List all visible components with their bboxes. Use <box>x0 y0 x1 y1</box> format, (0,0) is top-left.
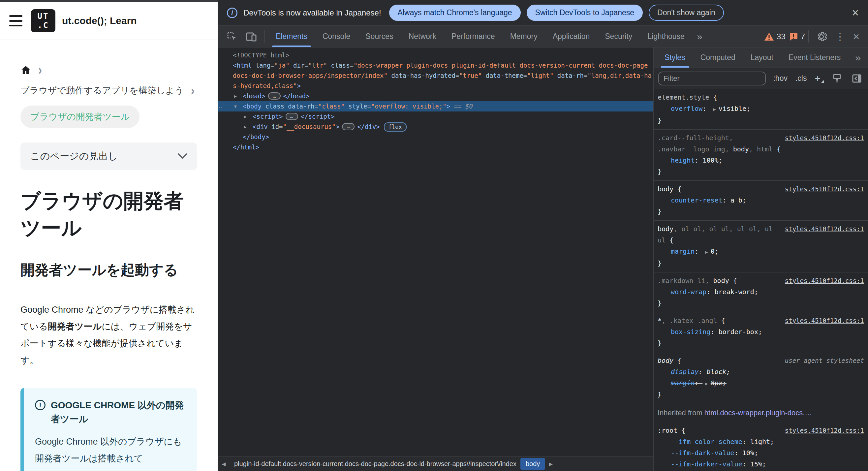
css-property[interactable]: box-sizing: border-box; <box>658 326 864 338</box>
dom-node[interactable]: </body> <box>218 132 653 142</box>
property-value: break-word <box>714 288 754 296</box>
expand-arrow-icon[interactable]: ▶ <box>234 91 237 101</box>
styles-filter-input[interactable] <box>658 71 766 86</box>
dom-node-selected[interactable]: ‥▼<body class data-rh="class" style="ove… <box>218 101 653 112</box>
kebab-menu-icon[interactable]: ⋮ <box>831 26 849 47</box>
tab-elements[interactable]: Elements <box>268 26 315 47</box>
site-title[interactable]: ut.code(); Learn <box>62 15 137 26</box>
tab-application[interactable]: Application <box>545 26 597 47</box>
home-icon[interactable] <box>21 65 31 75</box>
css-property[interactable]: --ifm-darkest-value: 30%; <box>658 470 864 471</box>
crumb-path[interactable]: plugin-id-default.docs-version-current.d… <box>230 460 520 468</box>
dom-node[interactable]: ▶<div id="__docusaurus">…</div>flex <box>218 122 653 132</box>
tab-lighthouse[interactable]: Lighthouse <box>640 26 692 47</box>
tab-network[interactable]: Network <box>401 26 444 47</box>
dom-tree: <!DOCTYPE html><html lang="ja" dir="ltr"… <box>218 48 653 457</box>
new-style-rule-button[interactable]: + <box>814 73 824 84</box>
tab-event-listeners[interactable]: Event Listeners <box>781 48 848 68</box>
rule-selector-line[interactable]: element.style { <box>658 92 864 103</box>
crumb-body-chip[interactable]: body <box>520 458 545 470</box>
toc-label: このページの見出し <box>30 150 118 163</box>
rule-selector-line[interactable]: styles.4510f12d.css:1body { <box>658 183 864 195</box>
toggle-element-classes-button[interactable]: .cls <box>795 74 808 83</box>
expand-shorthand-icon[interactable]: ▶ <box>703 249 710 255</box>
dom-node[interactable]: </html> <box>218 142 653 152</box>
breadcrumb-section-link[interactable]: ブラウザで動作するアプリを構築しよう <box>21 84 184 97</box>
css-property[interactable]: --ifm-darker-value: 15%; <box>658 459 864 470</box>
expand-arrow-icon[interactable]: ▶ <box>244 112 247 122</box>
notification-text: DevTools is now available in Japanese! <box>243 8 381 18</box>
dom-node[interactable]: <html lang="ja" dir="ltr" class="docs-wr… <box>218 60 653 91</box>
tab-computed[interactable]: Computed <box>693 48 743 68</box>
rule-selector-line[interactable]: styles.4510f12d.css:1.markdown li, body … <box>658 275 864 286</box>
css-property[interactable]: display: block; <box>658 366 864 377</box>
collapse-arrow-icon[interactable]: ▼ <box>234 101 237 112</box>
switch-devtools-japanese-button[interactable]: Switch DevTools to Japanese <box>527 5 643 21</box>
flex-adorner-badge[interactable]: flex <box>384 122 407 132</box>
rule-selector-line[interactable]: user agent stylesheetbody { <box>658 355 864 366</box>
rule-selector-line[interactable]: styles.4510f12d.css:1body, ol ol, ol ul,… <box>658 223 864 246</box>
stylesheet-link[interactable]: styles.4510f12d.css:1 <box>785 132 864 144</box>
tab-memory[interactable]: Memory <box>503 26 545 47</box>
expand-shorthand-icon[interactable]: ▶ <box>703 381 710 386</box>
match-chrome-language-button[interactable]: Always match Chrome's language <box>389 5 521 21</box>
css-property[interactable]: margin: ▶8px; <box>658 377 864 389</box>
dom-node[interactable]: <!DOCTYPE html> <box>218 50 653 60</box>
css-property[interactable]: counter-reset: a b; <box>658 195 864 206</box>
stylesheet-link[interactable]: styles.4510f12d.css:1 <box>785 275 864 286</box>
toggle-pseudo-classes-button[interactable]: :hov <box>772 74 788 83</box>
rule-selector-line[interactable]: styles.4510f12d.css:1:root { <box>658 425 864 436</box>
errors-counter[interactable]: 7 <box>789 32 805 41</box>
tab-sources[interactable]: Sources <box>358 26 401 47</box>
expand-arrow-icon[interactable]: ▶ <box>244 122 247 132</box>
devtools-close-icon[interactable]: × <box>849 26 863 47</box>
expand-shorthand-icon[interactable]: ▶ <box>710 106 718 112</box>
css-property[interactable]: --ifm-dark-value: 10%; <box>658 447 864 459</box>
css-property[interactable]: overflow: ▶visible; <box>658 103 864 115</box>
dom-node[interactable]: ▶<script>…</script> <box>218 112 653 122</box>
dom-token: data-rh <box>288 102 314 110</box>
tab-security[interactable]: Security <box>597 26 640 47</box>
warnings-counter[interactable]: 33 <box>764 32 785 41</box>
rule-selector-line[interactable]: styles.4510f12d.css:1*, .katex .angl { <box>658 315 864 326</box>
css-property[interactable]: height: 100%; <box>658 155 864 166</box>
sidebar-toggle-icon[interactable] <box>850 73 863 84</box>
css-property[interactable]: margin: ▶0; <box>658 246 864 258</box>
inherited-node-link[interactable]: html.docs-wrapper.plugin-docs.… <box>705 409 812 417</box>
stylesheet-link[interactable]: styles.4510f12d.css:1 <box>785 223 864 234</box>
dom-token: <head> <box>243 92 266 100</box>
site-logo[interactable]: UT .C <box>31 9 55 32</box>
semicolon: ; <box>746 104 750 113</box>
dont-show-again-button[interactable]: Don't show again <box>649 5 724 21</box>
expand-ellipsis-icon[interactable]: … <box>286 113 298 120</box>
property-name: display <box>671 368 699 376</box>
tab-console[interactable]: Console <box>315 26 358 47</box>
hamburger-menu-icon[interactable] <box>9 15 23 26</box>
admonition-title: GOOGLE CHROME 以外の開発者ツール <box>51 399 186 426</box>
stylesheet-link[interactable]: styles.4510f12d.css:1 <box>785 183 864 195</box>
crumb-scroll-left-icon[interactable]: ◀ <box>218 457 230 471</box>
toc-collapse-toggle[interactable]: このページの見出し <box>21 143 197 170</box>
expand-ellipsis-icon[interactable]: … <box>268 92 281 100</box>
notification-close-icon[interactable]: × <box>852 7 859 19</box>
dom-token <box>388 72 391 79</box>
inspect-element-icon[interactable] <box>222 26 241 47</box>
crumb-scroll-right-icon[interactable]: ▶ <box>545 457 556 471</box>
tab-performance[interactable]: Performance <box>444 26 503 47</box>
stylesheet-link[interactable]: styles.4510f12d.css:1 <box>785 315 864 326</box>
dom-token <box>327 62 331 69</box>
device-toolbar-icon[interactable] <box>241 26 261 47</box>
more-tabs-icon[interactable]: » <box>692 26 706 47</box>
settings-gear-icon[interactable] <box>812 26 831 47</box>
expand-ellipsis-icon[interactable]: … <box>342 123 354 130</box>
dom-node[interactable]: ▶<head>…</head> <box>218 91 653 101</box>
tab-styles[interactable]: Styles <box>657 48 693 68</box>
css-property[interactable]: word-wrap: break-word; <box>658 286 864 297</box>
stylesheet-link[interactable]: styles.4510f12d.css:1 <box>785 425 864 436</box>
rendering-emulation-icon[interactable] <box>830 73 844 84</box>
css-property[interactable]: --ifm-color-scheme: light; <box>658 436 864 447</box>
more-sidebar-tabs-icon[interactable]: » <box>850 48 865 68</box>
tab-layout[interactable]: Layout <box>743 48 781 68</box>
property-value: block <box>706 368 726 376</box>
rule-selector-line[interactable]: styles.4510f12d.css:1.card--full-height,… <box>658 132 864 155</box>
